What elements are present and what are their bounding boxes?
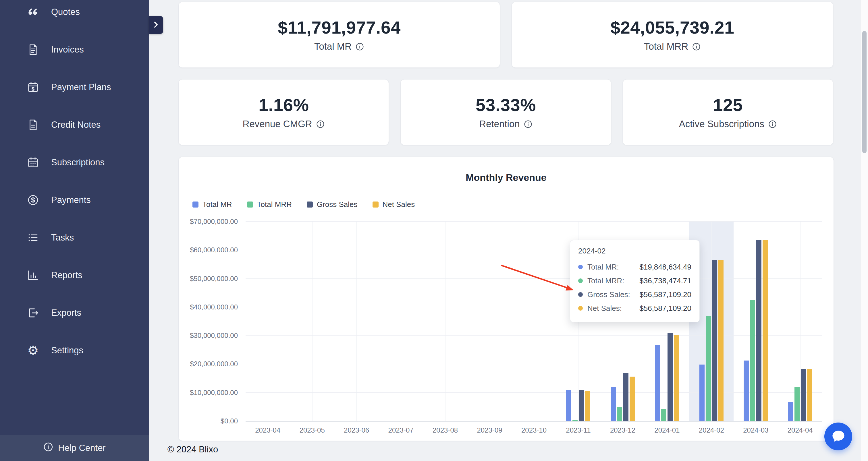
chart-bar-total-mrr[interactable] [661, 409, 666, 421]
chart-bar-net-sales[interactable] [763, 240, 768, 421]
x-axis-label: 2023-11 [566, 426, 591, 434]
chart-bar-total-mrr[interactable] [706, 316, 711, 421]
x-axis-label: 2023-06 [344, 426, 369, 434]
metric-label-text: Revenue CMGR [243, 119, 312, 129]
info-icon[interactable] [355, 42, 364, 51]
x-axis-label: 2023-12 [610, 426, 636, 434]
gridline-vertical [356, 222, 357, 421]
sidebar-item-invoices[interactable]: Invoices [0, 31, 149, 68]
info-icon[interactable] [316, 120, 325, 129]
sidebar-item-credit-notes[interactable]: Credit Notes [0, 106, 149, 143]
chart-bar-gross-sales[interactable] [623, 373, 628, 421]
legend-item-gross-sales[interactable]: Gross Sales [307, 200, 358, 209]
sidebar-item-label: Settings [51, 345, 83, 356]
info-icon[interactable] [692, 42, 701, 51]
chart-y-axis: $0.00$10,000,000.00$20,000,000.00$30,000… [179, 222, 238, 421]
chart-tooltip: 2024-02 Total MR:$19,848,634.49Total MRR… [570, 240, 700, 322]
tooltip-row: Net Sales:$56,587,109.20 [578, 301, 691, 315]
payment-plans-calendar-icon [26, 81, 40, 94]
sidebar-item-label: Payment Plans [51, 82, 111, 92]
chart-bar-total-mrr[interactable] [572, 420, 578, 421]
help-center-button[interactable]: Help Center [0, 435, 149, 461]
metric-label-text: Retention [479, 119, 520, 129]
tooltip-label: Total MRR: [587, 276, 624, 285]
sidebar: QuotesInvoicesPayment PlansCredit NotesS… [0, 0, 149, 461]
info-icon[interactable] [524, 120, 532, 129]
sidebar-item-subscriptions[interactable]: Subscriptions [0, 143, 149, 181]
chart-bar-total-mr[interactable] [788, 402, 793, 421]
gridline-vertical [711, 222, 712, 421]
chart-bar-net-sales[interactable] [674, 335, 679, 421]
invoice-icon [26, 43, 40, 56]
chart-bar-net-sales[interactable] [629, 376, 635, 421]
chart-plot-area[interactable] [246, 222, 822, 422]
chart-bar-net-sales[interactable] [807, 369, 812, 421]
metric-cards-row-2: 1.16%Revenue CMGR53.33%Retention125Activ… [178, 79, 833, 145]
x-axis-label: 2023-07 [388, 426, 413, 434]
chart-bar-total-mr[interactable] [566, 390, 571, 421]
metric-label: Active Subscriptions [679, 119, 777, 129]
sidebar-item-label: Subscriptions [51, 157, 104, 168]
reports-chart-icon [26, 269, 40, 282]
sidebar-item-payment-plans[interactable]: Payment Plans [0, 68, 149, 106]
sidebar-item-label: Payments [51, 195, 91, 205]
legend-label: Total MR [203, 200, 232, 209]
metric-cards-row-1: $11,791,977.64Total MR$24,055,739.21Tota… [178, 2, 833, 68]
sidebar-item-label: Reports [51, 270, 83, 281]
chart-bar-gross-sales[interactable] [801, 369, 806, 421]
chart-bar-total-mr[interactable] [700, 365, 705, 421]
footer-copyright: © 2024 Blixo [167, 444, 218, 455]
credit-note-icon [26, 118, 40, 131]
sidebar-expand-button[interactable] [149, 16, 163, 34]
chart-bar-total-mrr[interactable] [617, 407, 622, 421]
chart-bar-net-sales[interactable] [718, 260, 723, 421]
tasks-list-icon [26, 231, 40, 244]
chart-bar-gross-sales[interactable] [579, 390, 584, 421]
chart-bar-total-mrr[interactable] [750, 300, 755, 421]
chart-bar-total-mr[interactable] [611, 387, 616, 421]
sidebar-item-payments[interactable]: Payments [0, 181, 149, 219]
legend-item-total-mr[interactable]: Total MR [192, 200, 232, 209]
chart-bar-total-mr[interactable] [744, 361, 749, 421]
legend-label: Total MRR [257, 200, 292, 209]
chart-bar-net-sales[interactable] [585, 391, 590, 421]
metric-label: Revenue CMGR [243, 119, 325, 129]
y-axis-label: $0.00 [221, 417, 238, 425]
y-axis-label: $70,000,000.00 [190, 218, 238, 226]
x-axis-label: 2024-01 [654, 426, 680, 434]
sidebar-item-tasks[interactable]: Tasks [0, 219, 149, 256]
sidebar-item-quotes[interactable]: Quotes [0, 0, 149, 31]
chart-bar-total-mr[interactable] [655, 345, 660, 421]
x-axis-label: 2023-08 [433, 426, 458, 434]
chat-widget-button[interactable] [824, 423, 852, 450]
scrollbar-thumb[interactable] [862, 31, 867, 153]
chart-title: Monthly Revenue [179, 172, 834, 183]
gridline-vertical [445, 222, 445, 421]
chart-bar-gross-sales[interactable] [712, 260, 717, 421]
legend-swatch [247, 201, 253, 207]
x-axis-label: 2023-04 [255, 426, 280, 434]
tooltip-title: 2024-02 [578, 246, 691, 256]
y-axis-label: $60,000,000.00 [190, 246, 238, 254]
tooltip-value: $36,738,474.71 [639, 276, 691, 285]
sidebar-item-settings[interactable]: ⚙Settings [0, 332, 149, 369]
sidebar-item-label: Credit Notes [51, 120, 100, 130]
tooltip-value: $56,587,109.20 [639, 304, 691, 313]
sidebar-item-reports[interactable]: Reports [0, 256, 149, 294]
legend-item-total-mrr[interactable]: Total MRR [247, 200, 292, 209]
scrollbar-track[interactable] [861, 0, 868, 461]
legend-swatch [373, 201, 378, 207]
metric-card-total-mr: $11,791,977.64Total MR [178, 2, 500, 68]
monthly-revenue-chart-card: Monthly Revenue Total MRTotal MRRGross S… [178, 157, 834, 441]
gridline-horizontal [246, 392, 822, 393]
sidebar-item-label: Invoices [51, 44, 84, 55]
chart-bar-gross-sales[interactable] [668, 333, 673, 421]
x-axis-label: 2023-09 [477, 426, 502, 434]
chart-bar-total-mrr[interactable] [795, 387, 800, 421]
info-icon[interactable] [768, 120, 777, 129]
legend-item-net-sales[interactable]: Net Sales [373, 200, 415, 209]
chart-bar-gross-sales[interactable] [756, 240, 762, 421]
sidebar-item-exports[interactable]: Exports [0, 294, 149, 332]
chart-legend: Total MRTotal MRRGross SalesNet Sales [192, 200, 415, 209]
x-axis-label: 2024-03 [743, 426, 768, 434]
